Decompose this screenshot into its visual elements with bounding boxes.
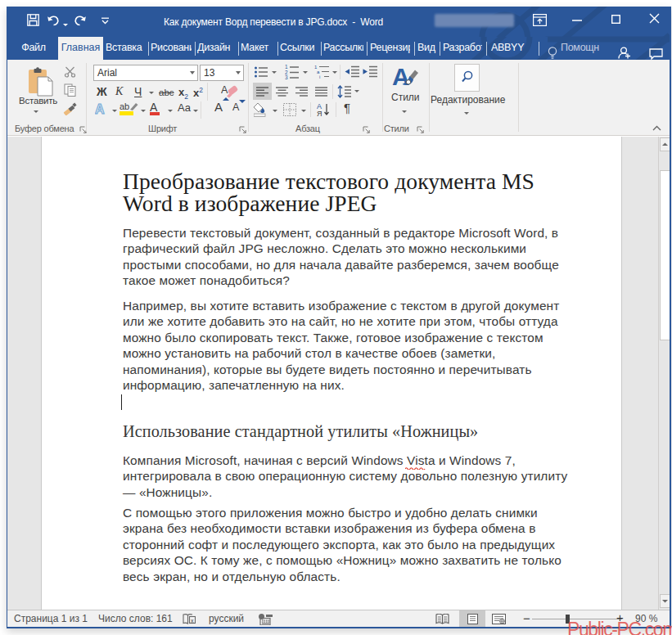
svg-text:А: А — [95, 102, 105, 115]
svg-text:А: А — [221, 84, 228, 96]
svg-text:A: A — [392, 64, 410, 90]
svg-text:i: i — [319, 74, 320, 79]
svg-text:ab: ab — [120, 101, 129, 111]
svg-text:Я: Я — [317, 110, 322, 117]
svg-text:3: 3 — [285, 74, 288, 79]
svg-text:x: x — [191, 618, 194, 624]
